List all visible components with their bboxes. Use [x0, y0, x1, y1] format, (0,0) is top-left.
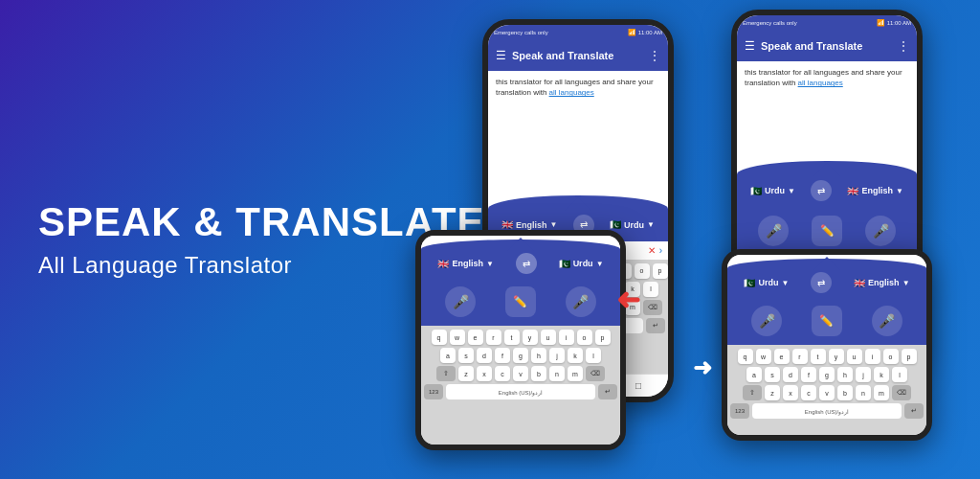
- description-2: this translator for all languages and sh…: [737, 61, 917, 155]
- edit-btn-3[interactable]: ✏️: [505, 286, 536, 317]
- emergency-text-2: Emergency calls only: [743, 20, 797, 26]
- english-selector-2[interactable]: 🇬🇧 English ▼: [847, 186, 902, 196]
- urdu-selector-3[interactable]: 🇵🇰 Urdu ▼: [559, 259, 604, 269]
- english-selector-4[interactable]: 🇬🇧 English ▼: [854, 278, 909, 288]
- mic-btn-left-3[interactable]: 🎤: [445, 286, 476, 317]
- hamburger-icon-2[interactable]: ☰: [745, 39, 755, 53]
- pk-flag-3: 🇵🇰: [559, 259, 570, 269]
- status-icons-2: 📶 11:00 AM: [877, 19, 911, 27]
- more-icon-2[interactable]: ⋮: [898, 39, 909, 53]
- pk-flag-1: 🇵🇰: [610, 219, 621, 230]
- mic-area-3: 🎤 ✏️ 🎤: [421, 278, 620, 326]
- mic-btn-left-2[interactable]: 🎤: [758, 216, 789, 246]
- swap-btn-2[interactable]: ⇄: [811, 180, 832, 201]
- hamburger-icon-1[interactable]: ☰: [496, 49, 506, 62]
- recent-btn-1[interactable]: □: [635, 380, 641, 391]
- phones-container: Emergency calls only 📶 11:00 AM ☰ Speak …: [291, 0, 980, 479]
- more-icon-1[interactable]: ⋮: [649, 49, 660, 62]
- white-arrow: ➜: [693, 354, 712, 381]
- keyboard-3: q w e r t y u i o p a s d f g h: [421, 326, 620, 445]
- red-arrow: ➜: [616, 283, 640, 316]
- mic-btn-right-3[interactable]: 🎤: [566, 286, 596, 317]
- lang-bar-4: 🇵🇰 Urdu ▼ ⇄ 🇬🇧 English ▼: [727, 268, 926, 297]
- next-btn-1[interactable]: ›: [659, 245, 662, 256]
- swap-btn-4[interactable]: ⇄: [811, 272, 832, 293]
- english-selector-3[interactable]: 🇬🇧 English ▼: [437, 259, 493, 269]
- app-bar-title-1: Speak and Translate: [512, 50, 649, 61]
- uk-flag-2: 🇬🇧: [847, 186, 858, 196]
- app-bar-title-2: Speak and Translate: [761, 40, 898, 52]
- mic-btn-left-4[interactable]: 🎤: [751, 306, 782, 336]
- status-icons-1: 📶 11:00 AM: [628, 29, 662, 36]
- clear-btn-1[interactable]: ✕: [648, 245, 656, 256]
- urdu-selector-4[interactable]: 🇵🇰 Urdu ▼: [744, 278, 789, 288]
- description-1: this translator for all languages and sh…: [488, 71, 668, 190]
- urdu-selector-1[interactable]: 🇵🇰 Urdu ▼: [610, 219, 655, 230]
- pk-flag-2: 🇵🇰: [750, 186, 762, 196]
- phone-3: 🇬🇧 English ▼ ⇄ 🇵🇰 Urdu ▼ 🎤 ✏️ 🎤: [415, 230, 626, 450]
- app-bar-1: ☰ Speak and Translate ⋮: [488, 40, 668, 71]
- phone-4: 🇵🇰 Urdu ▼ ⇄ 🇬🇧 English ▼ 🎤 ✏️ 🎤: [722, 249, 932, 441]
- mic-area-2: 🎤 ✏️ 🎤: [737, 207, 917, 255]
- key-o[interactable]: o: [635, 263, 650, 279]
- english-selector-1[interactable]: 🇬🇧 English ▼: [501, 219, 557, 230]
- keyboard-4: q w e r t y u i o p a s d f g h: [727, 345, 926, 435]
- mic-btn-right-2[interactable]: 🎤: [865, 216, 896, 246]
- edit-btn-4[interactable]: ✏️: [812, 306, 842, 336]
- key-p[interactable]: p: [653, 263, 668, 279]
- uk-flag-3: 🇬🇧: [437, 259, 449, 269]
- status-bar-2: Emergency calls only 📶 11:00 AM: [737, 15, 917, 31]
- uk-flag-4: 🇬🇧: [854, 278, 865, 288]
- lang-bar-3: 🇬🇧 English ▼ ⇄ 🇵🇰 Urdu ▼: [421, 249, 620, 278]
- edit-btn-2[interactable]: ✏️: [812, 216, 842, 246]
- app-bar-2: ☰ Speak and Translate ⋮: [737, 31, 917, 61]
- uk-flag-1: 🇬🇧: [501, 219, 513, 230]
- mic-btn-right-4[interactable]: 🎤: [872, 306, 902, 336]
- urdu-selector-2[interactable]: 🇵🇰 Urdu ▼: [750, 186, 795, 196]
- emergency-text-1: Emergency calls only: [494, 30, 548, 35]
- lang-bar-2: 🇵🇰 Urdu ▼ ⇄ 🇬🇧 English ▼: [737, 174, 917, 207]
- pk-flag-4: 🇵🇰: [744, 278, 755, 288]
- swap-btn-3[interactable]: ⇄: [516, 253, 537, 274]
- status-bar-1: Emergency calls only 📶 11:00 AM: [488, 25, 668, 40]
- mic-area-4: 🎤 ✏️ 🎤: [727, 297, 926, 345]
